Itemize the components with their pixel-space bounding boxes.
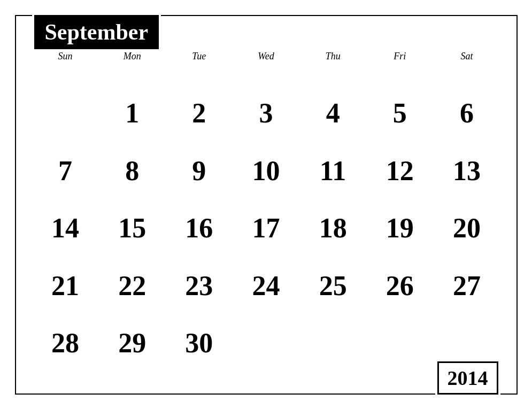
calendar-container: September Sun Mon Tue Wed Thu Fri Sat 1 … — [15, 15, 518, 395]
weekday-thu: Thu — [299, 48, 366, 85]
day-cell[interactable]: 7 — [32, 142, 99, 200]
day-cell[interactable]: 21 — [32, 257, 99, 315]
day-cell[interactable]: 6 — [433, 84, 500, 142]
day-cell[interactable]: 28 — [32, 314, 99, 372]
month-title: September — [34, 15, 159, 49]
month-title-wrapper: September — [32, 15, 161, 49]
year-label: 2014 — [437, 361, 498, 395]
calendar-inner: Sun Mon Tue Wed Thu Fri Sat 1 2 3 4 5 6 … — [16, 16, 516, 393]
day-cell[interactable]: 1 — [99, 84, 166, 142]
day-cell[interactable]: 2 — [166, 84, 233, 142]
day-cell[interactable]: 14 — [32, 199, 99, 257]
day-cell[interactable]: 20 — [433, 199, 500, 257]
day-cell[interactable]: 19 — [366, 199, 433, 257]
weekday-mon: Mon — [99, 48, 166, 85]
day-cell[interactable]: 15 — [99, 199, 166, 257]
day-cell[interactable]: 23 — [166, 257, 233, 315]
day-cell[interactable]: 24 — [233, 257, 299, 315]
calendar-grid: Sun Mon Tue Wed Thu Fri Sat 1 2 3 4 5 6 … — [32, 48, 500, 372]
weekday-wed: Wed — [233, 48, 299, 85]
day-cell — [366, 314, 433, 372]
day-cell — [299, 314, 366, 372]
day-cell[interactable]: 18 — [299, 199, 366, 257]
day-cell[interactable]: 10 — [233, 142, 299, 200]
day-cell — [233, 314, 299, 372]
weekday-sat: Sat — [433, 48, 500, 85]
day-cell[interactable]: 16 — [166, 199, 233, 257]
weekday-sun: Sun — [32, 48, 99, 85]
day-cell[interactable]: 13 — [433, 142, 500, 200]
day-cell — [32, 84, 99, 142]
day-cell[interactable]: 26 — [366, 257, 433, 315]
day-cell[interactable]: 30 — [166, 314, 233, 372]
year-wrapper: 2014 — [435, 361, 500, 395]
day-cell[interactable]: 12 — [366, 142, 433, 200]
day-cell[interactable]: 4 — [299, 84, 366, 142]
day-cell[interactable]: 17 — [233, 199, 299, 257]
day-cell[interactable]: 25 — [299, 257, 366, 315]
day-cell[interactable]: 27 — [433, 257, 500, 315]
day-cell[interactable]: 8 — [99, 142, 166, 200]
day-cell[interactable]: 22 — [99, 257, 166, 315]
day-cell[interactable]: 11 — [299, 142, 366, 200]
day-cell[interactable]: 5 — [366, 84, 433, 142]
day-cell[interactable]: 3 — [233, 84, 299, 142]
day-cell[interactable]: 9 — [166, 142, 233, 200]
weekday-fri: Fri — [366, 48, 433, 85]
day-cell[interactable]: 29 — [99, 314, 166, 372]
weekday-tue: Tue — [166, 48, 233, 85]
